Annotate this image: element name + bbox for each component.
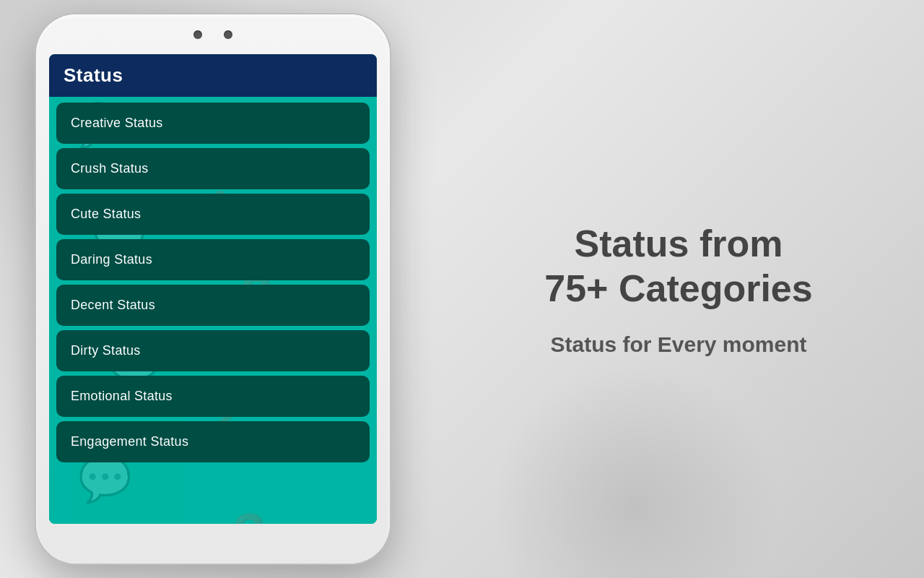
menu-item-label-decent-status: Decent Status xyxy=(71,298,155,312)
menu-item-label-creative-status: Creative Status xyxy=(71,116,163,130)
menu-item-daring-status[interactable]: Daring Status xyxy=(56,239,370,280)
menu-item-label-dirty-status: Dirty Status xyxy=(71,343,141,358)
menu-item-decent-status[interactable]: Decent Status xyxy=(56,285,370,326)
right-panel: Status from75+ Categories Status for Eve… xyxy=(433,0,924,578)
menu-list: Creative StatusCrush StatusCute StatusDa… xyxy=(49,97,377,468)
screen-content: 💬 ❓ 💬 ❓ 💬 ❓ 💬 ❓ Creative StatusCrush Sta… xyxy=(49,97,377,524)
phone-mockup: Status 💬 ❓ 💬 ❓ 💬 ❓ 💬 ❓ Creati xyxy=(36,14,390,564)
menu-item-label-crush-status: Crush Status xyxy=(71,161,149,176)
phone-body: Status 💬 ❓ 💬 ❓ 💬 ❓ 💬 ❓ Creati xyxy=(36,14,390,564)
dot-right xyxy=(224,30,232,39)
menu-item-crush-status[interactable]: Crush Status xyxy=(56,148,370,189)
app-header: Status xyxy=(49,54,377,97)
menu-item-label-cute-status: Cute Status xyxy=(71,207,141,221)
menu-item-emotional-status[interactable]: Emotional Status xyxy=(56,376,370,417)
menu-item-cute-status[interactable]: Cute Status xyxy=(56,194,370,235)
menu-item-creative-status[interactable]: Creative Status xyxy=(56,103,370,144)
tagline-sub: Status for Every moment xyxy=(550,332,806,357)
menu-item-label-emotional-status: Emotional Status xyxy=(71,389,173,403)
bg-icon-8: ❓ xyxy=(222,516,276,524)
phone-screen: Status 💬 ❓ 💬 ❓ 💬 ❓ 💬 ❓ Creati xyxy=(49,54,377,524)
app-title: Status xyxy=(64,64,123,87)
menu-item-engagement-status[interactable]: Engagement Status xyxy=(56,421,370,462)
menu-item-dirty-status[interactable]: Dirty Status xyxy=(56,330,370,371)
menu-item-label-daring-status: Daring Status xyxy=(71,252,152,267)
phone-speaker-dots xyxy=(193,30,232,39)
dot-left xyxy=(193,30,202,39)
tagline-main: Status from75+ Categories xyxy=(544,221,812,311)
menu-item-label-engagement-status: Engagement Status xyxy=(71,434,188,449)
